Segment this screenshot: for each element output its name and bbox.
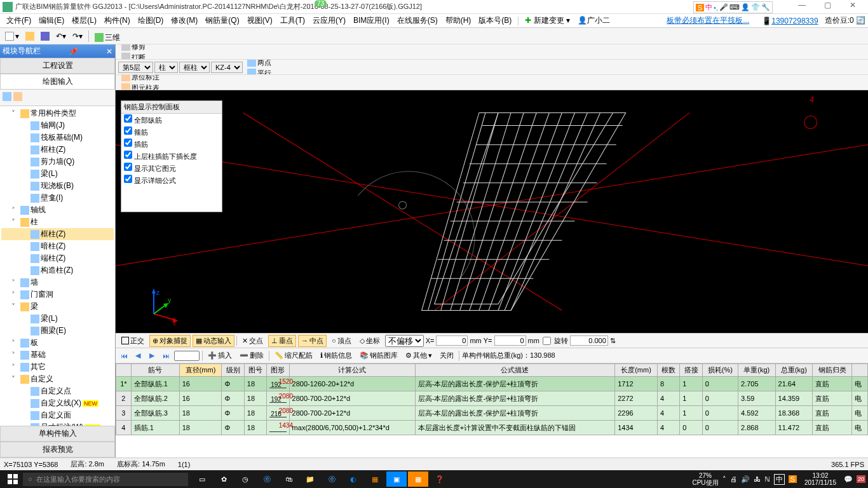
column-header[interactable]: 计算公式: [289, 364, 415, 377]
ime-lang[interactable]: 中: [705, 3, 712, 12]
table-cell[interactable]: 14.359: [775, 391, 813, 406]
table-cell[interactable]: 直筋: [813, 391, 852, 406]
first-button[interactable]: ⏮: [118, 352, 130, 360]
menu-item[interactable]: 修改(M): [167, 15, 201, 26]
start-button[interactable]: [3, 471, 23, 487]
menu-item[interactable]: 编辑(E): [35, 15, 68, 26]
tree-node[interactable]: ˅梁: [1, 301, 114, 313]
menu-item[interactable]: 云应用(Y): [309, 15, 349, 26]
table-cell[interactable]: 1434: [267, 421, 289, 435]
table-cell[interactable]: 层高-本层的露出长度-保护层+柱顶弯折: [415, 391, 614, 406]
taskbar-search[interactable]: ○ 在这里输入你要搜索的内容: [23, 473, 188, 486]
close-panel-icon[interactable]: ✕: [106, 47, 112, 56]
table-cell[interactable]: 全部纵筋.2: [131, 391, 179, 406]
notice-link[interactable]: 板带必须布置在平筏板...: [667, 15, 749, 26]
table-cell[interactable]: 16: [179, 391, 222, 406]
notifications-icon[interactable]: 💬: [844, 475, 853, 484]
table-cell[interactable]: 2.705: [738, 377, 776, 391]
menu-item[interactable]: 版本号(B): [475, 15, 515, 26]
column-header[interactable]: 搭接: [680, 364, 702, 377]
tree-node[interactable]: 现浇板(B): [1, 180, 114, 192]
table-cell[interactable]: 0: [702, 377, 738, 391]
column-header[interactable]: 长度(mm): [615, 364, 658, 377]
table-cell[interactable]: 2800-1260-20+12*d: [289, 377, 415, 391]
table-cell[interactable]: 全部纵筋.1: [131, 377, 179, 391]
record-input[interactable]: [174, 351, 200, 361]
table-cell[interactable]: 0: [702, 391, 738, 406]
delete-button[interactable]: ➖删除: [237, 350, 266, 361]
table-cell[interactable]: 4: [657, 406, 679, 421]
table-cell[interactable]: 4: [657, 421, 679, 435]
app2-icon[interactable]: ◷: [235, 471, 255, 487]
tree-node[interactable]: 端柱(Z): [1, 252, 114, 264]
other-button[interactable]: ⚙其他▾: [403, 350, 435, 361]
table-cell[interactable]: 0: [680, 421, 702, 435]
nav-tree[interactable]: ˅常用构件类型轴网(J)筏板基础(M)框柱(Z)剪力墙(Q)梁(L)现浇板(B)…: [0, 106, 115, 426]
panel-checkbox-item[interactable]: 上层柱插筋下插长度: [121, 150, 222, 162]
table-cell[interactable]: 11.472: [775, 421, 813, 435]
table-cell[interactable]: Φ: [222, 421, 244, 435]
table-cell[interactable]: 直筋: [813, 421, 852, 435]
table-cell[interactable]: 2800-700-20+12*d: [289, 406, 415, 421]
ctx-button[interactable]: 平行: [245, 68, 288, 76]
last-button[interactable]: ⏭: [160, 352, 172, 360]
table-cell[interactable]: 2.868: [738, 421, 776, 435]
table-cell[interactable]: 电: [852, 391, 868, 406]
redo-button[interactable]: ↷▾: [70, 30, 85, 42]
tree-node[interactable]: 剪力墙(Q): [1, 156, 114, 168]
nav-mode2-icon[interactable]: [13, 92, 22, 101]
nav-tab-settings[interactable]: 工程设置: [0, 58, 115, 74]
app6-icon[interactable]: ▦: [408, 471, 428, 487]
y-input[interactable]: [494, 336, 526, 346]
close-button[interactable]: ✕: [840, 1, 865, 13]
column-header[interactable]: [852, 364, 868, 377]
column-header[interactable]: 图号: [244, 364, 266, 377]
table-cell[interactable]: Φ: [222, 391, 244, 406]
next-button[interactable]: ▶: [146, 351, 158, 360]
table-cell[interactable]: 0: [702, 421, 738, 435]
table-cell[interactable]: 4.592: [738, 406, 776, 421]
app5-icon[interactable]: ▣: [386, 471, 407, 487]
nav-bottom-report[interactable]: 报表预览: [0, 442, 115, 458]
tray-printer-icon[interactable]: 🖨: [730, 475, 737, 483]
wrench-icon[interactable]: 🔧: [761, 3, 770, 11]
maximize-button[interactable]: ▢: [815, 1, 840, 13]
shirt-icon[interactable]: 👕: [751, 3, 760, 11]
menu-user[interactable]: 👤广小二: [574, 14, 614, 27]
pin-icon[interactable]: 📌: [69, 47, 78, 56]
nav-tab-draw[interactable]: 绘图输入: [0, 74, 115, 90]
tree-node[interactable]: 梁(L): [1, 313, 114, 325]
column-header[interactable]: 总重(kg): [775, 364, 813, 377]
table-cell[interactable]: 1434: [615, 421, 658, 435]
subcategory-select[interactable]: 框柱: [179, 62, 210, 73]
tree-node[interactable]: ˅柱: [1, 216, 114, 228]
object-snap-toggle[interactable]: ⊕对象捕捉: [149, 335, 191, 347]
table-cell[interactable]: 2: [116, 391, 132, 406]
panel-checkbox-item[interactable]: 显示其它图元: [121, 162, 222, 174]
table-cell[interactable]: 4: [116, 421, 132, 435]
table-cell[interactable]: 2800-700-20+12*d: [289, 391, 415, 406]
table-cell[interactable]: 1922080: [267, 391, 289, 406]
cpu-meter[interactable]: 27%CPU使用: [692, 472, 718, 486]
prev-button[interactable]: ◀: [132, 351, 144, 360]
rotate-checkbox[interactable]: [543, 337, 551, 345]
table-cell[interactable]: 2296: [615, 406, 658, 421]
phone-link[interactable]: 13907298339: [771, 17, 818, 25]
table-cell[interactable]: 8: [657, 377, 679, 391]
table-cell[interactable]: 电: [852, 406, 868, 421]
column-header[interactable]: 损耗(%): [702, 364, 738, 377]
table-cell[interactable]: Φ: [222, 377, 244, 391]
tree-node[interactable]: 暗柱(Z): [1, 240, 114, 252]
table-cell[interactable]: 1: [680, 406, 702, 421]
column-header[interactable]: 钢筋归类: [813, 364, 852, 377]
table-row[interactable]: 1*全部纵筋.116Φ1819215202800-1260-20+12*d层高-…: [116, 377, 868, 391]
table-cell[interactable]: 3.59: [738, 391, 776, 406]
table-cell[interactable]: 层高-本层的露出长度-保护层+柱顶弯折: [415, 406, 614, 421]
new-button[interactable]: ▾: [3, 30, 22, 42]
table-cell[interactable]: 0: [702, 406, 738, 421]
table-cell[interactable]: 3: [116, 406, 132, 421]
offset-select[interactable]: 不偏移: [385, 335, 424, 347]
table-cell[interactable]: 18: [244, 406, 266, 421]
spinner-icon[interactable]: ⇅: [610, 337, 616, 345]
tree-node[interactable]: 框柱(Z): [1, 228, 114, 240]
